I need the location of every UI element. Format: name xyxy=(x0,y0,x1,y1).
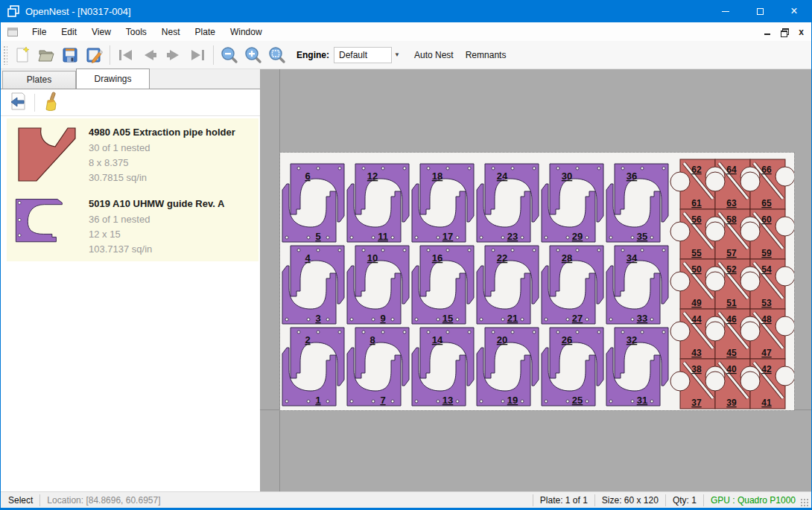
svg-text:51: 51 xyxy=(726,298,737,308)
mdi-restore-icon xyxy=(781,28,788,36)
svg-text:61: 61 xyxy=(691,198,702,208)
mdi-system-icon[interactable] xyxy=(7,28,18,36)
drawing-title: 4980 A05 Extraction pipe holder xyxy=(89,127,254,138)
resize-grip[interactable] xyxy=(800,498,809,507)
svg-text:43: 43 xyxy=(691,348,702,358)
remnants-button[interactable]: Remnants xyxy=(460,45,513,65)
menu-bar: FileEditViewToolsNestPlateWindow x xyxy=(1,22,811,41)
svg-text:63: 63 xyxy=(726,198,737,208)
go-previous-button[interactable] xyxy=(138,44,162,66)
svg-text:29: 29 xyxy=(572,231,583,242)
drawing-list: 4980 A05 Extraction pipe holder30 of 1 n… xyxy=(7,118,258,261)
toolbar-separator xyxy=(110,45,110,65)
new-file-button[interactable] xyxy=(10,44,34,66)
svg-text:65: 65 xyxy=(761,198,772,208)
svg-text:16: 16 xyxy=(432,252,443,264)
close-button[interactable]: × xyxy=(777,0,811,22)
drawing-title: 5019 A10 UHMW guide Rev. A xyxy=(89,198,254,209)
svg-text:13: 13 xyxy=(443,395,453,406)
go-first-button[interactable] xyxy=(114,44,138,66)
engine-dropdown-arrow[interactable]: ▼ xyxy=(392,47,402,63)
svg-text:34: 34 xyxy=(627,252,638,264)
status-size: Size: 60 x 120 xyxy=(602,495,659,506)
svg-text:50: 50 xyxy=(691,264,702,275)
drawing-item-1[interactable]: 4980 A05 Extraction pipe holder30 of 1 n… xyxy=(7,118,258,190)
nest-canvas[interactable]: 6512111817242330293635431091615222128273… xyxy=(260,69,811,491)
go-previous-icon xyxy=(140,47,159,63)
zoom-out-button[interactable] xyxy=(218,44,241,66)
save-as-button[interactable] xyxy=(82,44,106,66)
tab-plates[interactable]: Plates xyxy=(2,71,76,89)
svg-text:36: 36 xyxy=(627,170,637,182)
drawing-item-2[interactable]: 5019 A10 UHMW guide Rev. A36 of 1 nested… xyxy=(7,190,258,261)
mdi-minimize-button[interactable] xyxy=(764,28,770,35)
drawing-thumbnail xyxy=(14,197,89,257)
menu-nest[interactable]: Nest xyxy=(154,24,188,40)
save-icon xyxy=(61,46,79,64)
svg-text:38: 38 xyxy=(691,364,702,374)
svg-text:60: 60 xyxy=(761,214,772,225)
svg-text:54: 54 xyxy=(761,264,772,275)
zoom-extents-button[interactable] xyxy=(265,44,289,66)
mdi-close-button[interactable]: x xyxy=(799,28,804,36)
app-window: OpenNest - [N0317-004] × FileEditViewToo… xyxy=(0,0,812,510)
import-back-icon xyxy=(8,92,28,111)
toolbar-grip[interactable] xyxy=(3,45,7,65)
svg-text:37: 37 xyxy=(691,398,702,408)
main-toolbar: Engine: Default ▼ Auto Nest Remnants xyxy=(1,41,811,69)
auto-nest-button[interactable]: Auto Nest xyxy=(408,45,460,65)
svg-text:23: 23 xyxy=(507,231,518,242)
status-qty: Qty: 1 xyxy=(673,495,697,506)
svg-text:17: 17 xyxy=(443,231,453,242)
clean-button[interactable] xyxy=(42,92,60,114)
app-icon xyxy=(7,5,19,17)
svg-text:20: 20 xyxy=(497,334,507,345)
import-back-button[interactable] xyxy=(8,92,28,114)
status-location: Location: [84.8696, 60.6957] xyxy=(47,495,160,506)
menu-items: FileEditViewToolsNestPlateWindow xyxy=(25,24,270,40)
tab-drawings[interactable]: Drawings xyxy=(76,68,150,89)
drawings-toolbar-separator xyxy=(34,94,35,112)
status-separator xyxy=(533,494,533,506)
menu-edit[interactable]: Edit xyxy=(54,24,84,40)
menu-plate[interactable]: Plate xyxy=(188,24,223,40)
svg-text:1: 1 xyxy=(315,395,320,406)
drawing-info: 5019 A10 UHMW guide Rev. A36 of 1 nested… xyxy=(89,197,254,257)
svg-text:15: 15 xyxy=(443,313,453,324)
go-next-button[interactable] xyxy=(162,44,185,66)
go-last-button[interactable] xyxy=(185,44,209,66)
svg-text:14: 14 xyxy=(432,334,443,345)
svg-text:18: 18 xyxy=(432,170,443,182)
save-button[interactable] xyxy=(58,44,82,66)
zoom-out-icon xyxy=(220,45,239,65)
title-bar: OpenNest - [N0317-004] × xyxy=(1,0,811,22)
menu-tools[interactable]: Tools xyxy=(118,24,154,40)
plate-sheet[interactable]: 6512111817242330293635431091615222128273… xyxy=(280,153,794,410)
drawing-size: 12 x 15 xyxy=(89,227,254,242)
menu-file[interactable]: File xyxy=(25,24,54,40)
svg-text:53: 53 xyxy=(761,298,772,308)
save-as-icon xyxy=(85,46,103,64)
minimize-button[interactable] xyxy=(708,0,743,22)
menu-window[interactable]: Window xyxy=(223,24,270,40)
status-separator xyxy=(665,494,666,506)
svg-text:32: 32 xyxy=(627,334,637,345)
svg-text:26: 26 xyxy=(562,334,572,345)
svg-text:22: 22 xyxy=(497,252,507,264)
left-panel: Plates Drawings xyxy=(1,69,260,491)
svg-text:9: 9 xyxy=(380,313,385,324)
svg-text:2: 2 xyxy=(305,334,310,345)
svg-text:64: 64 xyxy=(726,165,737,175)
go-first-icon xyxy=(116,47,136,63)
svg-text:10: 10 xyxy=(367,252,378,264)
open-file-button[interactable] xyxy=(34,44,58,66)
drawing-nested-count: 30 of 1 nested xyxy=(89,141,254,156)
maximize-button[interactable] xyxy=(743,0,777,22)
engine-combobox[interactable]: Default xyxy=(334,47,392,63)
svg-text:35: 35 xyxy=(637,231,647,242)
menu-view[interactable]: View xyxy=(84,24,118,40)
svg-text:62: 62 xyxy=(691,165,702,175)
mdi-restore-button[interactable] xyxy=(781,28,788,36)
svg-text:5: 5 xyxy=(315,231,320,242)
zoom-in-button[interactable] xyxy=(241,44,265,66)
